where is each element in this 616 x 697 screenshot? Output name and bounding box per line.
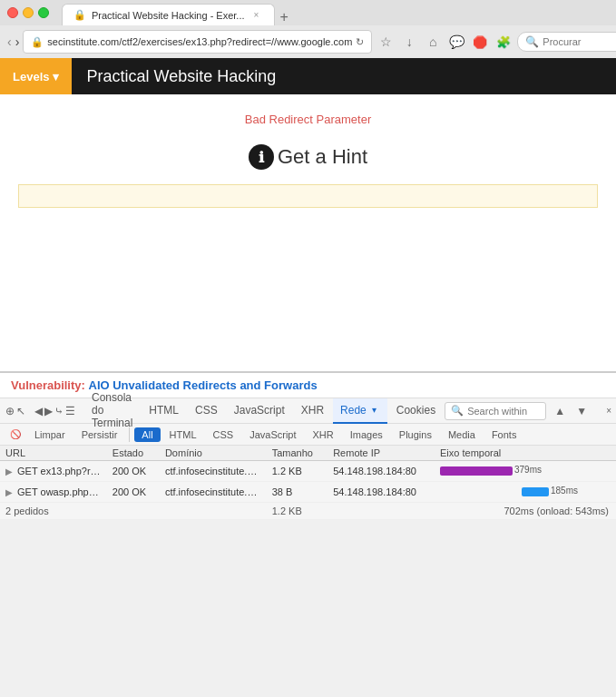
row1-dominio: ctf.infosecinstitute.com	[160, 461, 267, 482]
filter-images[interactable]: Images	[343, 427, 390, 442]
hint-box	[18, 184, 598, 208]
network-filter-bar: 🚫 Limpar Persistir All HTML CSS JavaScri…	[0, 424, 616, 446]
tab-rede-label: Rede	[340, 404, 367, 417]
filter-all[interactable]: All	[134, 427, 160, 442]
devtools-close-buttons: × × ⊠	[599, 401, 616, 421]
filter-xhr[interactable]: XHR	[306, 427, 341, 442]
clear-network-button[interactable]: 🚫	[5, 425, 25, 445]
levels-label: Levels	[13, 70, 49, 83]
col-estado: Estado	[107, 446, 160, 461]
table-row[interactable]: ▶ GET owasp.php?a=... 200 OK ctf.infosec…	[0, 482, 616, 503]
browser-search-input[interactable]	[543, 36, 616, 47]
secure-icon: 🔒	[31, 36, 44, 48]
col-eixo: Eixo temporal	[435, 446, 580, 461]
tab-xhr[interactable]: XHR	[294, 398, 331, 424]
filter-fonts[interactable]: Fonts	[484, 427, 524, 442]
forward-button[interactable]: ›	[15, 31, 20, 53]
back-devtools-button[interactable]: ◀	[34, 401, 43, 421]
filter-media[interactable]: Media	[441, 427, 483, 442]
step-button[interactable]: ⤷	[54, 401, 64, 421]
new-tab-button[interactable]: +	[275, 9, 294, 25]
back-button[interactable]: ‹	[7, 31, 12, 53]
tab-console[interactable]: Consola do Terminal	[84, 398, 140, 424]
devtools-search-area: 🔍 ▲ ▼ × × ⊠	[445, 401, 616, 421]
close-button[interactable]	[7, 7, 18, 18]
row2-timeline: 185ms	[435, 482, 580, 503]
search-icon: 🔍	[451, 405, 464, 417]
col-remote-ip: Remote IP	[328, 446, 435, 461]
filter-css[interactable]: CSS	[206, 427, 241, 442]
speech-icon[interactable]: 💬	[446, 32, 466, 52]
ext-icon[interactable]: 🧩	[494, 32, 513, 52]
persist-button[interactable]: Persistir	[74, 427, 125, 442]
tab-console-label: Consola do Terminal	[92, 391, 132, 429]
cursor-button[interactable]: ↖	[16, 401, 25, 421]
search-icon: 🔍	[525, 35, 539, 48]
devtools-search-wrap[interactable]: 🔍	[445, 402, 546, 420]
row2-timeline-ms: 185ms	[551, 486, 578, 496]
row2-extra	[580, 482, 616, 503]
console-log-button[interactable]: ☰	[65, 401, 75, 421]
minimize-button[interactable]	[23, 7, 34, 18]
row2-tamanho: 38 B	[267, 482, 328, 503]
page-content: Levels ▾ Practical Website Hacking Bad R…	[0, 58, 616, 371]
filter-plugins[interactable]: Plugins	[392, 427, 439, 442]
row1-url: ▶ GET ex13.php?redi...	[0, 461, 107, 482]
summary-empty3	[328, 503, 435, 520]
address-input[interactable]: 🔒 secinstitute.com/ctf2/exercises/ex13.p…	[23, 30, 372, 54]
addon-icon[interactable]: 🛑	[470, 32, 490, 52]
tab-cookies-label: Cookies	[396, 404, 435, 417]
forward-devtools-button[interactable]: ▶	[44, 401, 53, 421]
row2-estado: 200 OK	[107, 482, 160, 503]
hint-label: Get a Hint	[278, 145, 367, 169]
col-dominio: Domínio	[160, 446, 267, 461]
filter-html[interactable]: HTML	[162, 427, 204, 442]
table-header-row: URL Estado Domínio Tamanho Remote IP Eix…	[0, 446, 616, 461]
row2-expand-icon[interactable]: ▶	[5, 487, 13, 497]
row1-estado: 200 OK	[107, 461, 160, 482]
download-icon[interactable]: ↓	[399, 32, 419, 52]
inspect-element-button[interactable]: ⊕	[5, 401, 15, 421]
row1-tamanho: 1.2 KB	[267, 461, 328, 482]
clear-label-button[interactable]: Limpar	[27, 427, 73, 442]
tab-rede[interactable]: Rede ▾	[333, 398, 387, 424]
maximize-button[interactable]	[38, 7, 49, 18]
browser-search-bar[interactable]: 🔍	[517, 32, 616, 52]
summary-row: 2 pedidos 1.2 KB 702ms (onload: 543ms)	[0, 503, 616, 520]
star-icon[interactable]: ☆	[376, 32, 396, 52]
hint-section: ℹ Get a Hint	[18, 144, 598, 170]
filter-javascript[interactable]: JavaScript	[242, 427, 303, 442]
tab-html[interactable]: HTML	[142, 398, 186, 424]
search-prev-button[interactable]: ▲	[550, 401, 570, 421]
row2-timeline-bar	[522, 487, 549, 496]
browser-toolbar-icons: ☆ ↓ ⌂ 💬 🛑 🧩	[376, 32, 513, 52]
title-bar: 🔒 Practical Website Hacking - Exer... × …	[0, 0, 616, 25]
search-next-button[interactable]: ▼	[572, 401, 592, 421]
devtools-toolbar: ⊕ ↖ ◀ ▶ ⤷ ☰ Consola do Terminal HTML CSS…	[0, 398, 616, 424]
summary-size: 1.2 KB	[267, 503, 328, 520]
tab-xhr-label: XHR	[301, 404, 324, 417]
tab-close-button[interactable]: ×	[250, 9, 263, 22]
home-icon[interactable]: ⌂	[423, 32, 443, 52]
levels-button[interactable]: Levels ▾	[0, 58, 72, 94]
table-row[interactable]: ▶ GET ex13.php?redi... 200 OK ctf.infose…	[0, 461, 616, 482]
devtools-search-input[interactable]	[467, 406, 540, 417]
tab-cookies[interactable]: Cookies	[389, 398, 443, 424]
developer-tools: Vulnerability: AIO Unvalidated Redirects…	[0, 371, 616, 520]
tab-css[interactable]: CSS	[188, 398, 225, 424]
row1-expand-icon[interactable]: ▶	[5, 466, 13, 476]
devtools-nav-buttons: ▲ ▼	[550, 401, 592, 421]
browser-window: 🔒 Practical Website Hacking - Exer... × …	[0, 0, 616, 58]
row2-url-text: GET owasp.php?a=...	[17, 486, 107, 497]
row2-remote-ip: 54.148.198.184:80	[328, 482, 435, 503]
tab-javascript[interactable]: JavaScript	[227, 398, 292, 424]
network-table-wrap: URL Estado Domínio Tamanho Remote IP Eix…	[0, 446, 616, 520]
refresh-button[interactable]: ↻	[356, 36, 364, 48]
tab-html-label: HTML	[149, 404, 179, 417]
row2-url: ▶ GET owasp.php?a=...	[0, 482, 107, 503]
tab-css-label: CSS	[195, 404, 218, 417]
browser-tab[interactable]: 🔒 Practical Website Hacking - Exer... ×	[62, 4, 275, 25]
row1-extra	[580, 461, 616, 482]
row2-dominio: ctf.infosecinstitute.com	[160, 482, 267, 503]
devtools-minimize-button[interactable]: ×	[599, 401, 616, 421]
